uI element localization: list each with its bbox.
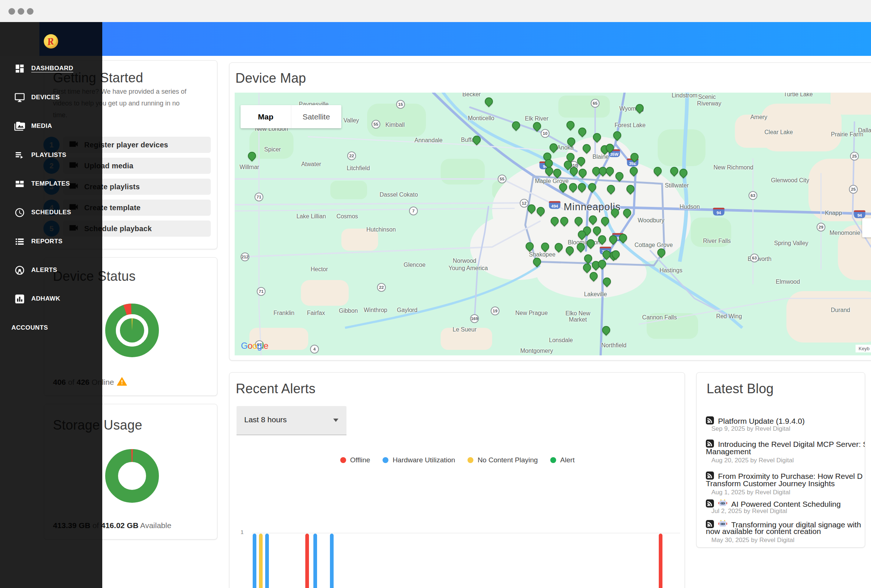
- sidebar-item-templates[interactable]: TEMPLATES: [0, 179, 102, 190]
- map-label: Atwater: [301, 161, 321, 167]
- satellite-button[interactable]: Satellite: [291, 105, 342, 128]
- map-label: Amery: [750, 114, 767, 121]
- playlists-icon: [14, 150, 25, 161]
- select-caret-icon: [333, 419, 338, 422]
- alert-bar: [253, 534, 256, 588]
- blog-entry[interactable]: From Proximity to Purchase: How Revel DT…: [706, 471, 865, 496]
- sidebar-item-dashboard[interactable]: DASHBOARD: [0, 63, 102, 74]
- device-status-donut-chart: [105, 303, 160, 358]
- legend-item: No Content Playing: [467, 456, 538, 464]
- blog-entry[interactable]: AI Powered Content SchedulingJul 2, 2025…: [706, 498, 865, 515]
- google-logo: Google: [241, 341, 268, 351]
- map-label: Elmwood: [776, 279, 800, 285]
- road-shield: 94: [713, 208, 724, 216]
- road-shield: 29: [817, 223, 825, 231]
- recent-alerts-card: Recent Alerts Last 8 hours OfflineHardwa…: [229, 372, 685, 588]
- map-label: Dallas: [858, 127, 871, 134]
- sidebar-nav: DASHBOARD DEVICES MEDIA PLAYLISTS TEMPLA…: [0, 56, 102, 588]
- map-label: Knapp: [825, 210, 842, 216]
- time-range-select[interactable]: Last 8 hours: [236, 406, 346, 435]
- window-dot-1: [9, 8, 15, 15]
- blog-title-line[interactable]: Management: [706, 447, 865, 456]
- blog-date: Sep 9, 2025 by Revel Digital: [711, 425, 865, 433]
- map-label: New Richmond: [714, 164, 753, 171]
- road-shield: 19: [491, 306, 500, 315]
- map-label: Woodbury: [638, 217, 664, 224]
- map-label: Dassel Cokato: [380, 191, 418, 198]
- map-label: Lonsdale: [549, 337, 573, 343]
- blog-title-line[interactable]: Transform Customer Journey Insights: [706, 479, 865, 488]
- alert-bar: [305, 534, 309, 588]
- latest-blog-title: Latest Blog: [706, 381, 774, 397]
- road-shield: 25: [850, 152, 859, 161]
- map-label: Glencoe: [404, 262, 426, 268]
- sidebar-item-schedules[interactable]: SCHEDULES: [0, 207, 102, 218]
- road-shield: 22: [347, 151, 356, 160]
- legend-dot-icon: [383, 457, 388, 463]
- blog-entry[interactable]: Introducing the Revel Digital MCP Server…: [706, 439, 865, 464]
- blog-title-line[interactable]: AI Powered Content Scheduling: [706, 498, 865, 506]
- revel-logo-icon: R: [44, 34, 58, 49]
- blog-title-line[interactable]: From Proximity to Purchase: How Revel D: [706, 471, 865, 479]
- blog-title-line[interactable]: Introducing the Revel Digital MCP Server…: [706, 439, 865, 447]
- road-shield: 94: [854, 210, 865, 218]
- sidebar-item-adhawk[interactable]: ADHAWK: [0, 294, 102, 304]
- road-shield: 71: [254, 193, 263, 201]
- map-label: Riverway: [697, 100, 721, 107]
- map-label: Young America: [448, 265, 488, 272]
- legend-dot-icon: [340, 457, 346, 463]
- header-left-strip: [0, 22, 39, 56]
- road-shield: 169: [470, 314, 479, 323]
- legend-item: Offline: [340, 456, 370, 464]
- map-label: Lakeville: [584, 291, 607, 298]
- road-shield: 22: [377, 283, 386, 292]
- sidebar-item-media[interactable]: MEDIA: [0, 121, 102, 132]
- alert-bar: [259, 534, 263, 588]
- chart-ytick: 1: [241, 529, 244, 535]
- blog-title-line[interactable]: Platform Update (1.9.4.0): [706, 416, 865, 424]
- sidebar-item-alerts[interactable]: ALERTS: [0, 265, 102, 276]
- robot-icon: [718, 499, 727, 507]
- sidebar-item-reports[interactable]: REPORTS: [0, 236, 102, 247]
- map-label: Forest Lake: [615, 122, 645, 128]
- map-label: Hudson: [679, 204, 700, 210]
- header-logo-block[interactable]: R: [39, 22, 102, 56]
- chart-legend: OfflineHardware UtilizationNo Content Pl…: [229, 456, 685, 464]
- map-label: Shakopee: [529, 251, 555, 258]
- road-shield: 212: [241, 252, 249, 261]
- schedules-icon: [14, 207, 25, 218]
- sidebar-item-accounts[interactable]: ACCOUNTS: [0, 323, 102, 334]
- road-shield: 15: [396, 100, 405, 109]
- sidebar-item-playlists[interactable]: PLAYLISTS: [0, 150, 102, 161]
- rss-icon: [706, 472, 714, 480]
- map-label: Elko New: [565, 310, 590, 317]
- map-label: Market: [569, 316, 587, 323]
- google-map[interactable]: PaynesvilleNew LondonSpicerEden ValleyKi…: [235, 93, 871, 355]
- media-icon: [14, 121, 25, 131]
- map-label: Stillwater: [665, 182, 689, 189]
- map-label: Franklin: [274, 310, 295, 316]
- map-label: Norwood: [453, 258, 476, 264]
- storage-usage-donut-chart: [105, 448, 160, 503]
- time-range-value: Last 8 hours: [244, 415, 287, 424]
- map-label: Spicer: [264, 146, 281, 153]
- map-label: New Prague: [515, 310, 548, 316]
- road-shield: 12: [520, 199, 528, 207]
- map-label: Cosmos: [337, 213, 358, 220]
- blog-date: Aug 1, 2025 by Revel Digital: [711, 489, 865, 496]
- map-label: Spring Valley: [774, 240, 808, 246]
- blog-entry[interactable]: Transforming your digital signage withno…: [706, 519, 865, 544]
- map-attribution[interactable]: Keyb: [856, 345, 871, 352]
- map-zoom-control[interactable]: [862, 218, 871, 237]
- devices-icon: [14, 92, 25, 103]
- map-label: Durand: [831, 307, 850, 313]
- window-dot-2: [18, 8, 24, 15]
- map-button[interactable]: Map: [241, 105, 291, 128]
- sidebar-item-devices[interactable]: DEVICES: [0, 92, 102, 103]
- map-label: Gaylord: [397, 307, 418, 313]
- map-label: Willmar: [239, 164, 259, 170]
- map-label: Hastings: [660, 267, 682, 274]
- blog-title-line[interactable]: Transforming your digital signage with: [706, 519, 865, 527]
- map-label: Red Wing: [716, 313, 742, 320]
- blog-entry[interactable]: Platform Update (1.9.4.0)Sep 9, 2025 by …: [706, 416, 865, 433]
